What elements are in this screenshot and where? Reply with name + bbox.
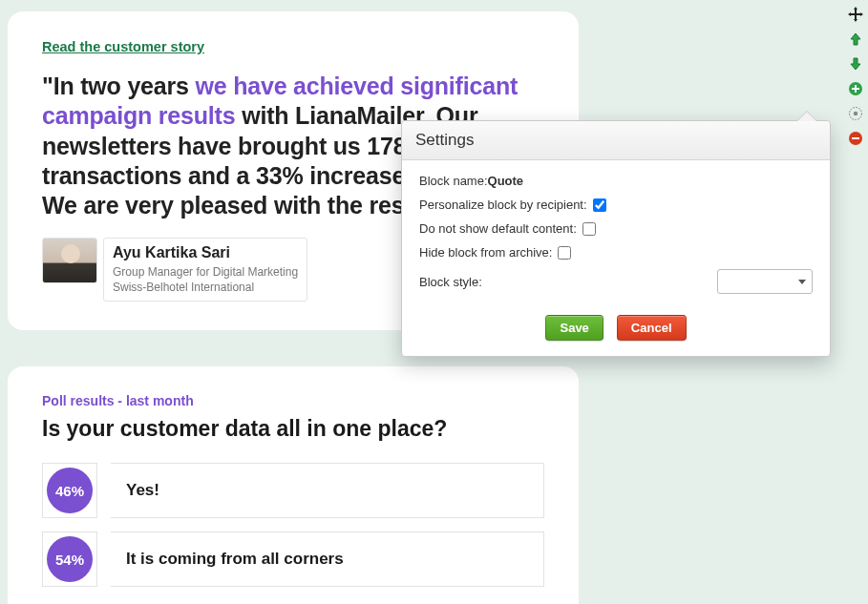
dialog-title: Settings: [402, 121, 830, 160]
poll-answer: Yes!: [111, 463, 544, 518]
hide-label: Hide block from archive:: [419, 245, 552, 260]
add-icon[interactable]: [847, 80, 864, 97]
settings-dialog: Settings Block name: Quote Personalize b…: [401, 120, 831, 357]
poll-title: Is your customer data all in one place?: [42, 416, 544, 442]
hide-checkbox[interactable]: [558, 246, 571, 260]
poll-pct: 46%: [47, 468, 93, 513]
poll-pct: 54%: [47, 536, 93, 582]
personalize-checkbox[interactable]: [593, 198, 606, 212]
dialog-footer: Save Cancel: [402, 307, 830, 356]
read-story-link[interactable]: Read the customer story: [42, 39, 204, 54]
dialog-arrow: [797, 112, 816, 121]
nodefault-label: Do not show default content:: [419, 221, 577, 236]
cancel-button[interactable]: Cancel: [617, 315, 687, 341]
arrow-up-icon[interactable]: [847, 31, 864, 48]
author-org: Swiss-Belhotel International: [113, 280, 298, 295]
arrow-down-icon[interactable]: [847, 55, 864, 73]
style-field: Block style:: [419, 269, 813, 294]
block-name-field: Block name: Quote: [419, 174, 813, 188]
remove-icon[interactable]: [847, 130, 864, 147]
poll-pct-box: 54%: [42, 531, 97, 587]
poll-card: Poll results - last month Is your custom…: [8, 366, 579, 604]
block-tools: [847, 6, 864, 147]
move-icon[interactable]: [847, 6, 864, 23]
avatar: [42, 238, 97, 283]
quote-prefix: "In two years: [42, 73, 196, 99]
poll-pct-box: 46%: [42, 463, 97, 518]
nodefault-field: Do not show default content:: [419, 221, 813, 236]
personalize-field: Personalize block by recipient:: [419, 198, 813, 212]
hide-field: Hide block from archive:: [419, 245, 813, 260]
nodefault-checkbox[interactable]: [582, 222, 596, 236]
gear-icon[interactable]: [847, 105, 864, 122]
svg-point-2: [854, 112, 857, 115]
save-button[interactable]: Save: [545, 315, 603, 341]
svg-rect-4: [852, 137, 859, 139]
poll-answer: It is coming from all corners: [111, 531, 544, 587]
style-label: Block style:: [419, 275, 482, 289]
poll-row: 46% Yes!: [42, 463, 544, 518]
personalize-label: Personalize block by recipient:: [419, 198, 587, 212]
author-name: Ayu Kartika Sari: [113, 242, 298, 263]
block-name-label: Block name:: [419, 174, 488, 188]
style-select[interactable]: [717, 269, 813, 294]
poll-label: Poll results - last month: [42, 393, 544, 408]
author-title: Group Manager for Digital Marketing: [113, 264, 298, 280]
dialog-body: Block name: Quote Personalize block by r…: [402, 160, 830, 307]
block-name-value: Quote: [488, 174, 524, 188]
poll-row: 54% It is coming from all corners: [42, 531, 544, 587]
author-meta: Ayu Kartika Sari Group Manager for Digit…: [103, 238, 307, 302]
